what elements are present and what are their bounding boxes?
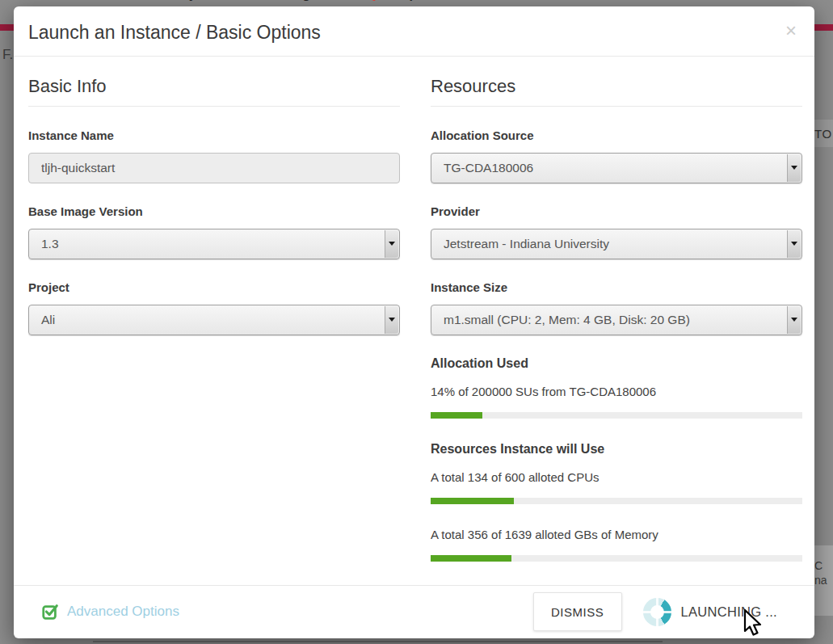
background-text-fragment-left: F. <box>2 47 13 63</box>
allocation-used-progressbar <box>431 412 802 419</box>
mouse-cursor <box>742 608 764 638</box>
background-navbar: ▦ Dashboard ✎ Projects ⬚ Images ❓ Help <box>23 0 417 6</box>
project-select[interactable]: Ali <box>28 305 400 335</box>
allocation-source-select[interactable]: TG-CDA180006 <box>431 153 802 183</box>
help-icon: ❓ <box>367 0 382 2</box>
resources-heading: Resources <box>431 76 802 107</box>
instance-name-label: Instance Name <box>28 128 400 142</box>
dismiss-button[interactable]: DISMISS <box>533 592 622 631</box>
instance-size-select[interactable]: m1.small (CPU: 2, Mem: 4 GB, Disk: 20 GB… <box>431 305 802 335</box>
memory-usage-text: A total 356 of 1639 alloted GBs of Memor… <box>431 528 802 541</box>
background-panel-fragment: C na <box>814 545 833 616</box>
check-square-icon <box>41 603 59 621</box>
instance-name-input[interactable] <box>28 153 400 183</box>
selected-value: 1.3 <box>41 237 59 251</box>
launching-button[interactable]: LAUNCHING ... <box>643 598 800 626</box>
base-image-version-label: Base Image Version <box>28 204 400 218</box>
basic-info-heading: Basic Info <box>28 76 400 107</box>
dashboard-icon: ▦ <box>23 0 34 2</box>
provider-select[interactable]: Jetstream - Indiana University <box>431 229 802 259</box>
cpu-usage-text: A total 134 of 600 alloted CPUs <box>431 470 802 484</box>
progress-fill <box>431 555 511 562</box>
selected-value: m1.small (CPU: 2, Mem: 4 GB, Disk: 20 GB… <box>444 313 690 327</box>
chevron-down-icon <box>787 154 801 182</box>
modal-body: Basic Info Instance Name Base Image Vers… <box>14 57 814 585</box>
nav-item-label: Help <box>389 0 418 2</box>
selected-value: TG-CDA180006 <box>444 161 533 175</box>
close-icon[interactable]: × <box>785 21 797 40</box>
modal-title: Launch an Instance / Basic Options <box>28 22 321 43</box>
allocation-used-heading: Allocation Used <box>431 356 802 371</box>
resources-column: Resources Allocation Source TG-CDA180006… <box>431 76 802 585</box>
project-label: Project <box>28 280 400 294</box>
nav-item-label: Projects <box>168 0 219 2</box>
resources-will-use-heading: Resources Instance will Use <box>431 442 802 457</box>
projects-icon: ✎ <box>151 0 162 2</box>
instance-size-label: Instance Size <box>431 280 802 294</box>
allocation-used-text: 14% of 200000 SUs from TG-CDA180006 <box>431 385 802 398</box>
allocation-source-label: Allocation Source <box>431 128 802 142</box>
memory-usage-progressbar <box>431 555 802 562</box>
basic-info-column: Basic Info Instance Name Base Image Vers… <box>28 76 400 585</box>
background-table-border <box>93 641 663 642</box>
chevron-down-icon <box>385 230 398 258</box>
progress-fill <box>431 412 482 419</box>
chevron-down-icon <box>787 230 801 258</box>
cpu-usage-progressbar <box>431 498 802 504</box>
chevron-down-icon <box>385 306 398 334</box>
launch-instance-modal: Launch an Instance / Basic Options × Bas… <box>14 6 814 638</box>
advanced-options-link[interactable]: Advanced Options <box>41 603 179 621</box>
selected-value: Jetstream - Indiana University <box>444 237 609 251</box>
nav-item-label: Dashboard <box>41 0 109 2</box>
loading-spinner-icon <box>643 598 671 626</box>
progress-fill <box>431 498 514 504</box>
nav-item-dashboard[interactable]: ▦ Dashboard <box>23 0 109 2</box>
base-image-version-select[interactable]: 1.3 <box>28 229 400 259</box>
background-button-fragment: TO <box>814 120 833 147</box>
nav-item-projects[interactable]: ✎ Projects <box>151 0 220 2</box>
modal-footer: Advanced Options DISMISS LAUNCHING ... <box>14 585 814 638</box>
nav-item-images[interactable]: ⬚ Images <box>261 0 324 2</box>
chevron-down-icon <box>787 306 801 334</box>
advanced-options-label: Advanced Options <box>67 604 179 620</box>
nav-item-help[interactable]: ❓ Help <box>367 0 417 2</box>
images-icon: ⬚ <box>261 0 272 2</box>
provider-label: Provider <box>431 204 802 218</box>
modal-header: Launch an Instance / Basic Options × <box>14 6 814 56</box>
nav-item-label: Images <box>280 0 325 2</box>
selected-value: Ali <box>41 313 55 327</box>
